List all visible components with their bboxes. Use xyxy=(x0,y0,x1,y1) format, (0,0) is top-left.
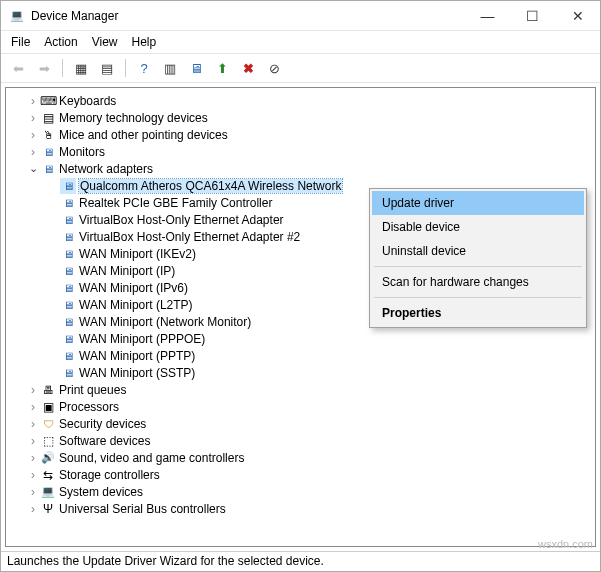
show-hidden-button[interactable]: ▦ xyxy=(70,57,92,79)
expand-icon[interactable] xyxy=(26,145,40,159)
context-item-label: Properties xyxy=(382,306,441,320)
update-driver-button[interactable]: ⬆ xyxy=(211,57,233,79)
back-button[interactable]: ⬅ xyxy=(7,57,29,79)
properties-button[interactable]: ▥ xyxy=(159,57,181,79)
tree-device-wan-pptp[interactable]: WAN Miniport (PPTP) xyxy=(6,347,595,364)
expand-icon[interactable] xyxy=(26,128,40,142)
minimize-button[interactable]: — xyxy=(465,1,510,30)
tree-category-system[interactable]: System devices xyxy=(6,483,595,500)
tree-category-storage[interactable]: Storage controllers xyxy=(6,466,595,483)
context-menu: Update driver Disable device Uninstall d… xyxy=(369,188,587,328)
tree-label: WAN Miniport (PPPOE) xyxy=(79,332,205,346)
menu-file[interactable]: File xyxy=(11,35,30,49)
network-adapter-icon xyxy=(60,212,76,228)
uninstall-button[interactable]: ✖ xyxy=(237,57,259,79)
context-scan-hardware[interactable]: Scan for hardware changes xyxy=(372,270,584,294)
help-button[interactable]: ? xyxy=(133,57,155,79)
software-icon xyxy=(40,433,56,449)
forward-button[interactable]: ➡ xyxy=(33,57,55,79)
update-icon: ⬆ xyxy=(217,61,228,76)
tree-category-software[interactable]: Software devices xyxy=(6,432,595,449)
close-button[interactable]: ✕ xyxy=(555,1,600,30)
expand-icon[interactable] xyxy=(26,111,40,125)
menu-view[interactable]: View xyxy=(92,35,118,49)
panel-icon: ▦ xyxy=(75,61,87,76)
context-properties[interactable]: Properties xyxy=(372,301,584,325)
keyboard-icon xyxy=(40,93,56,109)
tree-label: Realtek PCIe GBE Family Controller xyxy=(79,196,272,210)
network-adapter-icon xyxy=(60,195,76,211)
tree-device-wan-pppoe[interactable]: WAN Miniport (PPPOE) xyxy=(6,330,595,347)
forward-icon: ➡ xyxy=(39,61,50,76)
disable-button[interactable]: ⊘ xyxy=(263,57,285,79)
tree-category-security[interactable]: Security devices xyxy=(6,415,595,432)
tree-label: WAN Miniport (L2TP) xyxy=(79,298,193,312)
tree-label: VirtualBox Host-Only Ethernet Adapter #2 xyxy=(79,230,300,244)
tree-label: Sound, video and game controllers xyxy=(59,451,244,465)
collapse-icon[interactable] xyxy=(26,162,40,175)
tree-label: Network adapters xyxy=(59,162,153,176)
toolbar: ⬅ ➡ ▦ ▤ ? ▥ 🖥 ⬆ ✖ ⊘ xyxy=(1,53,600,83)
expand-icon[interactable] xyxy=(26,451,40,465)
menu-help[interactable]: Help xyxy=(132,35,157,49)
context-uninstall-device[interactable]: Uninstall device xyxy=(372,239,584,263)
scan-hardware-button[interactable]: 🖥 xyxy=(185,57,207,79)
view-button[interactable]: ▤ xyxy=(96,57,118,79)
disable-icon: ⊘ xyxy=(269,61,280,76)
computer-scan-icon: 🖥 xyxy=(190,61,203,76)
tree-label: WAN Miniport (IKEv2) xyxy=(79,247,196,261)
monitor-icon xyxy=(40,144,56,160)
window-title: Device Manager xyxy=(31,9,465,23)
expand-icon[interactable] xyxy=(26,502,40,516)
tree-label: WAN Miniport (Network Monitor) xyxy=(79,315,251,329)
tree-category-monitors[interactable]: Monitors xyxy=(6,143,595,160)
toolbar-separator xyxy=(125,59,126,77)
memory-icon xyxy=(40,110,56,126)
context-disable-device[interactable]: Disable device xyxy=(372,215,584,239)
tree-category-keyboards[interactable]: Keyboards xyxy=(6,92,595,109)
tree-category-print-queues[interactable]: Print queues xyxy=(6,381,595,398)
network-adapter-icon xyxy=(60,365,76,381)
tree-category-usb[interactable]: Universal Serial Bus controllers xyxy=(6,500,595,517)
network-adapter-icon xyxy=(60,178,76,194)
storage-icon xyxy=(40,467,56,483)
context-update-driver[interactable]: Update driver xyxy=(372,191,584,215)
processor-icon xyxy=(40,399,56,415)
menu-action[interactable]: Action xyxy=(44,35,77,49)
context-separator xyxy=(374,297,582,298)
tree-label: Mice and other pointing devices xyxy=(59,128,228,142)
tree-label: Software devices xyxy=(59,434,150,448)
sound-icon xyxy=(40,450,56,466)
delete-icon: ✖ xyxy=(243,61,254,76)
tree-label: Universal Serial Bus controllers xyxy=(59,502,226,516)
tree-label: Qualcomm Atheros QCA61x4A Wireless Netwo… xyxy=(79,179,342,193)
expand-icon[interactable] xyxy=(26,434,40,448)
expand-icon[interactable] xyxy=(26,485,40,499)
tree-device-wan-sstp[interactable]: WAN Miniport (SSTP) xyxy=(6,364,595,381)
expand-icon[interactable] xyxy=(26,383,40,397)
tree-category-sound[interactable]: Sound, video and game controllers xyxy=(6,449,595,466)
context-item-label: Disable device xyxy=(382,220,460,234)
statusbar: Launches the Update Driver Wizard for th… xyxy=(1,551,600,571)
tree-label: WAN Miniport (PPTP) xyxy=(79,349,195,363)
expand-icon[interactable] xyxy=(26,417,40,431)
usb-icon xyxy=(40,501,56,517)
tree-category-mice[interactable]: Mice and other pointing devices xyxy=(6,126,595,143)
tree-category-processors[interactable]: Processors xyxy=(6,398,595,415)
maximize-button[interactable]: ☐ xyxy=(510,1,555,30)
tree-category-network-adapters[interactable]: Network adapters xyxy=(6,160,595,177)
network-adapter-icon xyxy=(60,280,76,296)
tree-label: Keyboards xyxy=(59,94,116,108)
device-tree[interactable]: Keyboards Memory technology devices Mice… xyxy=(5,87,596,547)
toolbar-separator xyxy=(62,59,63,77)
list-icon: ▤ xyxy=(101,61,113,76)
expand-icon[interactable] xyxy=(26,468,40,482)
expand-icon[interactable] xyxy=(26,400,40,414)
context-item-label: Update driver xyxy=(382,196,454,210)
context-separator xyxy=(374,266,582,267)
mouse-icon xyxy=(40,127,56,143)
menubar: File Action View Help xyxy=(1,31,600,53)
tree-category-memory[interactable]: Memory technology devices xyxy=(6,109,595,126)
expand-icon[interactable] xyxy=(26,94,40,108)
tree-label: Processors xyxy=(59,400,119,414)
